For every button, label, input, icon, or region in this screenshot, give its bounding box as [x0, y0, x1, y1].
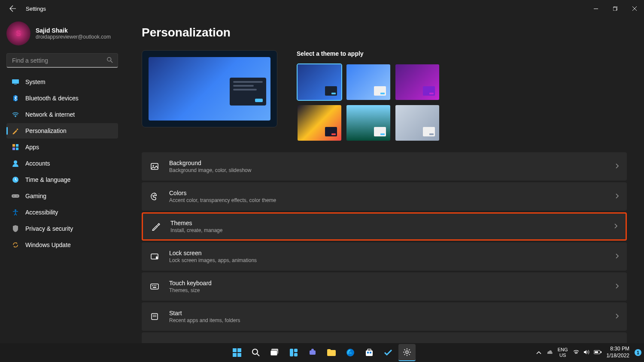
keyboard-icon — [149, 284, 160, 290]
svg-rect-30 — [153, 287, 156, 288]
theme-option-0[interactable] — [297, 63, 342, 101]
start-button[interactable] — [228, 344, 246, 361]
todo-button[interactable] — [380, 344, 397, 361]
svg-rect-47 — [290, 349, 293, 356]
onedrive-icon[interactable] — [546, 350, 553, 356]
svg-rect-43 — [237, 353, 241, 357]
svg-point-23 — [156, 195, 157, 196]
avatar: S — [6, 21, 30, 45]
search-input[interactable] — [6, 53, 118, 68]
svg-point-13 — [14, 160, 17, 164]
maximize-button[interactable] — [605, 2, 625, 15]
store-button[interactable] — [361, 344, 378, 361]
svg-rect-11 — [12, 148, 15, 150]
svg-point-36 — [154, 316, 155, 317]
svg-rect-26 — [151, 284, 158, 289]
svg-point-32 — [153, 315, 154, 316]
wifi-icon[interactable] — [573, 350, 579, 356]
sidebar-item-system[interactable]: System — [6, 74, 118, 90]
sidebar-item-label: System — [25, 78, 46, 85]
volume-icon[interactable] — [583, 350, 589, 356]
svg-point-20 — [153, 165, 154, 166]
sidebar-item-personalization[interactable]: Personalization — [6, 123, 118, 139]
accessibility-icon — [12, 208, 19, 216]
input-language[interactable]: ENG — [558, 347, 568, 353]
back-button[interactable] — [6, 2, 19, 15]
settings-item-title: Start — [169, 310, 616, 317]
update-icon — [12, 241, 19, 249]
settings-item-brush[interactable]: Themes Install, create, manage — [142, 212, 627, 241]
bluetooth-icon — [12, 94, 19, 102]
settings-item-title: Themes — [170, 220, 614, 226]
sidebar-item-time[interactable]: Time & language — [6, 172, 118, 187]
battery-icon[interactable] — [594, 350, 601, 356]
chevron-right-icon — [616, 253, 619, 260]
sidebar-item-label: Privacy & security — [25, 225, 73, 232]
theme-option-1[interactable] — [346, 63, 391, 101]
settings-item-keyboard[interactable]: Touch keyboard Themes, size — [142, 272, 627, 301]
svg-rect-4 — [12, 79, 19, 84]
task-view-button[interactable] — [266, 344, 283, 361]
settings-item-palette[interactable]: Colors Accent color, transparency effect… — [142, 182, 627, 211]
theme-option-5[interactable] — [395, 104, 440, 142]
theme-option-4[interactable] — [346, 104, 391, 142]
sidebar-item-update[interactable]: Windows Update — [6, 237, 118, 253]
theme-option-3[interactable] — [297, 104, 342, 142]
svg-point-44 — [252, 349, 258, 354]
settings-item-desc: Background image, color, slideshow — [169, 167, 616, 173]
image-icon — [149, 162, 160, 171]
settings-item-title: Background — [169, 160, 616, 166]
sidebar-item-bluetooth[interactable]: Bluetooth & devices — [6, 90, 118, 106]
settings-item-start[interactable]: Start Recent apps and items, folders — [142, 302, 627, 331]
theme-section: Select a theme to apply — [142, 50, 627, 142]
personalization-icon — [12, 127, 19, 135]
settings-item-image[interactable]: Background Background image, color, slid… — [142, 152, 627, 181]
file-explorer-button[interactable] — [323, 344, 340, 361]
overflow-icon[interactable] — [536, 350, 541, 356]
accounts-icon — [12, 160, 19, 167]
theme-option-2[interactable] — [395, 63, 440, 101]
gaming-icon — [12, 192, 19, 200]
palette-icon — [149, 192, 160, 201]
taskbar-clock[interactable]: 8:30 PM 1/18/2022 — [607, 346, 629, 359]
sidebar-item-privacy[interactable]: Privacy & security — [6, 221, 118, 236]
svg-rect-9 — [12, 144, 15, 147]
svg-rect-59 — [595, 351, 598, 353]
sidebar-item-accessibility[interactable]: Accessibility — [6, 205, 118, 220]
svg-rect-27 — [152, 285, 153, 286]
settings-taskbar-button[interactable] — [398, 344, 416, 361]
svg-rect-55 — [367, 352, 369, 353]
settings-item-desc: Lock screen images, apps, animations — [169, 257, 616, 263]
search-taskbar-button[interactable] — [247, 344, 264, 361]
svg-point-22 — [154, 194, 155, 195]
theme-grid — [297, 63, 440, 142]
svg-point-37 — [155, 316, 156, 317]
svg-point-17 — [17, 196, 18, 196]
sidebar-item-network[interactable]: Network & internet — [6, 107, 118, 122]
search-icon — [107, 57, 113, 65]
minimize-button[interactable] — [586, 2, 605, 15]
chevron-right-icon — [616, 193, 619, 200]
svg-rect-46 — [270, 350, 277, 356]
sidebar-item-accounts[interactable]: Accounts — [6, 156, 118, 171]
settings-item-lock[interactable]: Lock screen Lock screen images, apps, an… — [142, 242, 627, 271]
svg-rect-48 — [294, 349, 298, 352]
sidebar-item-apps[interactable]: Apps — [6, 139, 118, 155]
sidebar-item-label: Windows Update — [25, 241, 71, 248]
svg-rect-15 — [12, 194, 19, 198]
window-title: Settings — [26, 6, 46, 12]
sidebar-item-label: Personalization — [25, 127, 67, 134]
main-content: Personalization Select a theme to apply … — [125, 17, 644, 349]
notification-badge[interactable]: 1 — [635, 349, 641, 356]
svg-rect-0 — [594, 9, 598, 9]
titlebar: Settings — [0, 0, 644, 17]
widgets-button[interactable] — [285, 344, 302, 361]
sidebar-item-gaming[interactable]: Gaming — [6, 188, 118, 204]
user-profile[interactable]: S Sajid Shaik droidappsreviewer@outlook.… — [6, 21, 118, 45]
sidebar: S Sajid Shaik droidappsreviewer@outlook.… — [0, 17, 125, 349]
close-button[interactable] — [625, 2, 644, 15]
teams-button[interactable] — [304, 344, 321, 361]
lock-icon — [149, 252, 160, 261]
start-icon — [149, 313, 160, 320]
edge-button[interactable] — [342, 344, 359, 361]
